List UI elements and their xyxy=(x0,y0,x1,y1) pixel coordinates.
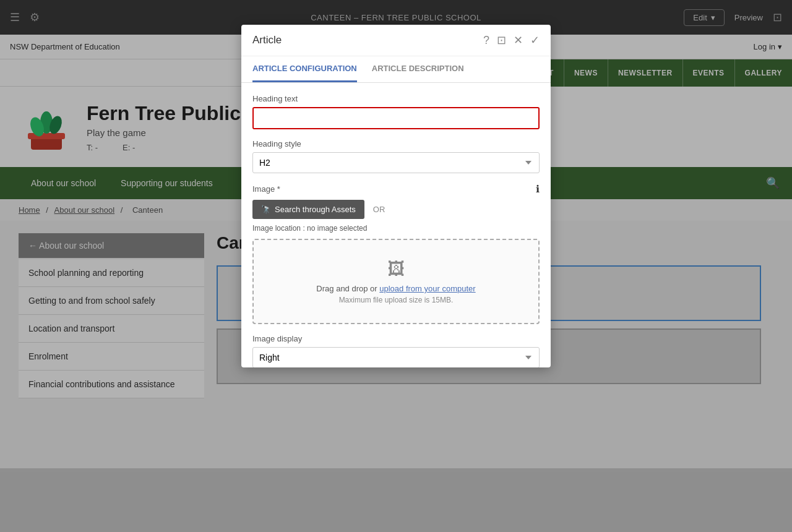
image-location: Image location : no image selected xyxy=(252,224,540,233)
image-display-label: Image display xyxy=(252,334,540,343)
upload-link[interactable]: upload from your computer xyxy=(379,284,475,293)
confirm-icon[interactable]: ✓ xyxy=(530,33,540,47)
image-row: 🔭 Search through Assets OR xyxy=(252,200,540,219)
image-info-icon[interactable]: ℹ xyxy=(536,183,540,195)
heading-style-group: Heading style H2 H1 H3 H4 xyxy=(252,139,540,173)
modal-body: Heading text Heading style H2 H1 H3 H4 I… xyxy=(241,83,551,367)
drop-max-size: Maximum file upload size is 15MB. xyxy=(272,296,520,304)
heading-style-label: Heading style xyxy=(252,139,540,148)
drop-text: Drag and drop or upload from your comput… xyxy=(272,284,520,293)
modal-tabs: ARTICLE CONFIGURATION ARTICLE DESCRIPTIO… xyxy=(241,56,551,83)
or-text: OR xyxy=(373,205,385,214)
help-icon[interactable]: ? xyxy=(483,34,489,47)
modal-title: Article xyxy=(252,34,282,46)
modal-overlay: Article ? ⊡ ✕ ✓ ARTICLE CONFIGURATION AR… xyxy=(0,0,792,532)
heading-text-group: Heading text xyxy=(252,94,540,129)
heading-text-input[interactable] xyxy=(252,107,540,129)
image-display-select[interactable]: Right Left Center None xyxy=(252,347,540,367)
drop-zone[interactable]: 🖼 Drag and drop or upload from your comp… xyxy=(252,239,540,324)
close-icon[interactable]: ✕ xyxy=(514,33,523,47)
image-display-group: Image display Right Left Center None xyxy=(252,334,540,367)
search-assets-button[interactable]: 🔭 Search through Assets xyxy=(252,200,364,219)
modal-header-icons: ? ⊡ ✕ ✓ xyxy=(483,33,540,47)
binoculars-icon: 🔭 xyxy=(261,205,271,214)
heading-style-select[interactable]: H2 H1 H3 H4 xyxy=(252,152,540,173)
image-upload-icon: 🖼 xyxy=(272,259,520,279)
tab-article-config[interactable]: ARTICLE CONFIGURATION xyxy=(252,56,357,82)
modal-header: Article ? ⊡ ✕ ✓ xyxy=(241,25,551,56)
article-modal: Article ? ⊡ ✕ ✓ ARTICLE CONFIGURATION AR… xyxy=(241,25,551,367)
image-label: Image * xyxy=(252,184,280,194)
expand-icon[interactable]: ⊡ xyxy=(497,33,506,47)
tab-article-desc[interactable]: ARTICLE DESCRIPTION xyxy=(372,56,464,82)
heading-text-label: Heading text xyxy=(252,94,540,103)
image-section: Image * ℹ 🔭 Search through Assets OR Ima… xyxy=(252,183,540,324)
